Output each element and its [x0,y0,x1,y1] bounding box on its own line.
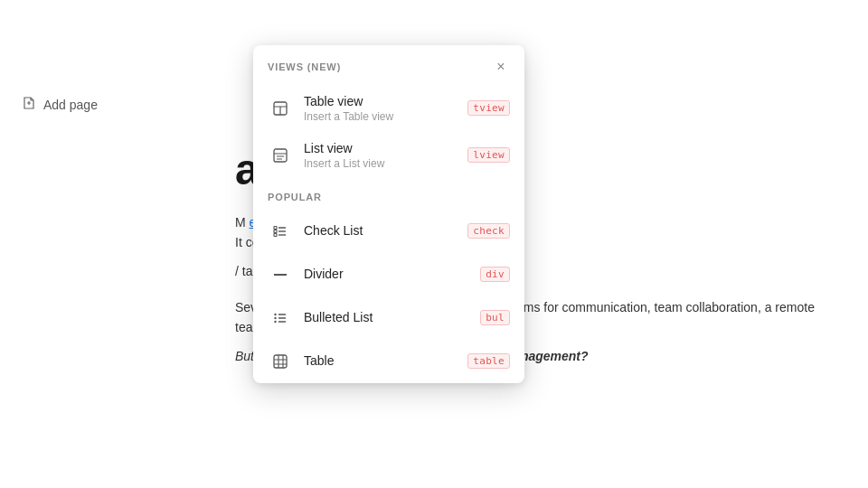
svg-rect-12 [274,233,277,236]
svg-rect-10 [274,226,277,229]
table-view-icon [268,96,293,121]
bulleted-list-name: Bulleted List [304,310,469,325]
bulleted-list-item[interactable]: Bulleted List bul [253,296,524,340]
table-view-name: Table view [304,94,457,109]
table-item[interactable]: Table table [253,340,524,383]
svg-point-14 [274,313,276,314]
list-view-item[interactable]: List view Insert a List view lview [253,132,524,179]
checklist-icon [268,219,293,244]
dropdown-header: VIEWS (NEW) × [253,45,524,85]
divider-text: Divider [304,267,469,282]
table-view-desc: Insert a Table view [304,110,457,123]
divider-icon [268,262,293,287]
close-button[interactable]: × [492,58,510,76]
list-view-text: List view Insert a List view [304,141,457,170]
add-page-button[interactable]: Add page [14,90,184,118]
svg-rect-11 [274,230,277,232]
svg-point-15 [274,316,276,318]
sidebar: Add page [0,0,199,488]
list-view-desc: Insert a List view [304,157,457,170]
add-page-label: Add page [43,98,98,112]
add-page-icon [22,96,36,113]
check-list-shortcut: check [467,223,510,239]
svg-point-16 [274,320,276,322]
table-text: Table [304,353,457,369]
table-view-text: Table view Insert a Table view [304,94,457,123]
list-view-name: List view [304,141,457,156]
table-shortcut: table [467,353,510,369]
table-view-item[interactable]: Table view Insert a Table view tview [253,85,524,132]
svg-rect-3 [274,149,287,162]
popular-section-title: POPULAR [268,192,322,202]
popular-section-header: POPULAR [253,179,524,210]
bulleted-list-icon [268,305,293,331]
slash-command-dropdown: VIEWS (NEW) × Table view Insert a Table … [253,45,524,383]
table-name: Table [304,353,457,369]
divider-name: Divider [304,267,469,282]
bulleted-list-shortcut: bul [480,310,510,325]
check-list-item[interactable]: Check List check [253,210,524,253]
table-view-shortcut: tview [467,100,510,116]
check-list-name: Check List [304,223,457,239]
divider-item[interactable]: Divider div [253,253,524,296]
list-view-shortcut: lview [467,147,510,163]
views-section-title: VIEWS (NEW) [268,61,341,72]
svg-rect-20 [274,355,287,368]
list-view-icon [268,143,293,168]
bulleted-list-text: Bulleted List [304,310,469,325]
check-list-text: Check List [304,223,457,239]
table-icon [268,349,293,374]
divider-shortcut: div [480,267,510,282]
